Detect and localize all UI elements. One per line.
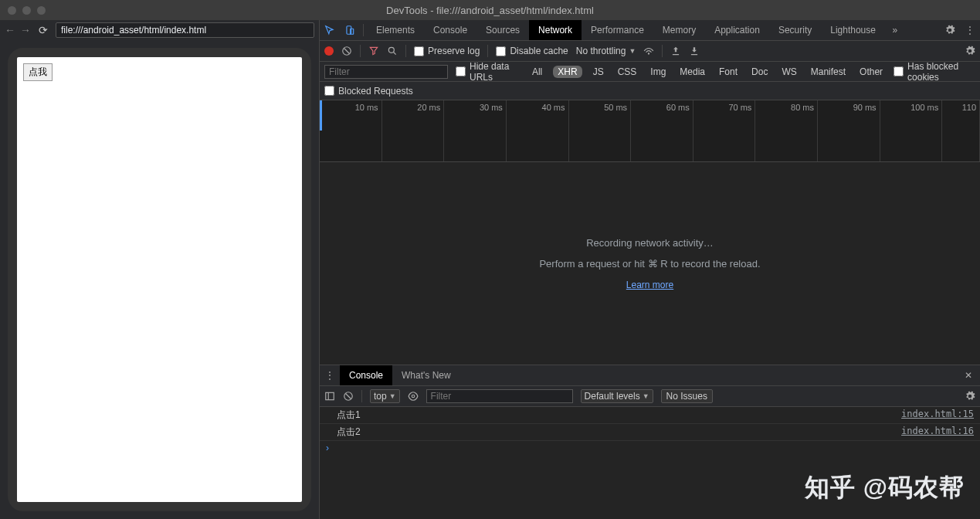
filter-ws[interactable]: WS — [778, 66, 799, 78]
network-empty-state: Recording network activity… Perform a re… — [320, 162, 980, 365]
titlebar: DevTools - file:///android_asset/html/in… — [0, 0, 980, 20]
svg-rect-5 — [326, 392, 334, 399]
filter-media[interactable]: Media — [677, 66, 708, 78]
log-source-link[interactable]: index.html:16 — [901, 426, 974, 439]
network-conditions-icon[interactable] — [643, 46, 654, 56]
console-filter-input[interactable] — [426, 389, 573, 403]
waterfall-overview[interactable]: 10 ms 20 ms 30 ms 40 ms 50 ms 60 ms 70 m… — [320, 100, 980, 162]
network-settings-icon[interactable] — [965, 46, 975, 56]
filter-manifest[interactable]: Manifest — [808, 66, 849, 78]
tab-performance[interactable]: Performance — [582, 20, 653, 40]
reload-icon[interactable]: ⟳ — [39, 24, 48, 36]
svg-point-4 — [649, 53, 649, 54]
filter-css[interactable]: CSS — [615, 66, 640, 78]
filter-img[interactable]: Img — [647, 66, 669, 78]
url-input[interactable] — [56, 22, 314, 38]
filter-other[interactable]: Other — [856, 66, 886, 78]
device-toggle-icon[interactable] — [340, 20, 360, 40]
clear-icon[interactable] — [341, 46, 352, 56]
device-frame: 点我 — [8, 48, 311, 511]
drawer-close-icon[interactable]: ✕ — [957, 370, 980, 381]
export-har-icon[interactable] — [689, 46, 700, 56]
filter-doc[interactable]: Doc — [748, 66, 771, 78]
tab-console[interactable]: Console — [424, 20, 476, 40]
demo-button[interactable]: 点我 — [23, 63, 53, 81]
empty-line-1: Recording network activity… — [586, 237, 714, 249]
devtools-tabs: Elements Console Sources Network Perform… — [320, 20, 980, 41]
preserve-log-checkbox[interactable]: Preserve log — [414, 46, 480, 56]
drawer-tab-whats-new[interactable]: What's New — [392, 365, 460, 385]
window-controls — [0, 6, 46, 15]
log-levels-select[interactable]: Default levels▼ — [581, 389, 653, 403]
console-clear-icon[interactable] — [343, 391, 354, 402]
close-window-icon[interactable] — [8, 6, 16, 15]
record-button[interactable] — [324, 46, 334, 56]
disable-cache-checkbox[interactable]: Disable cache — [496, 46, 568, 56]
window-title: DevTools - file:///android_asset/html/in… — [386, 5, 594, 16]
context-select[interactable]: top▼ — [370, 389, 400, 403]
tab-network[interactable]: Network — [529, 20, 582, 40]
log-message: 点击2 — [337, 426, 901, 439]
filter-icon[interactable] — [368, 46, 379, 56]
log-row[interactable]: 点击2 index.html:16 — [320, 424, 980, 441]
console-sidebar-icon[interactable] — [324, 391, 335, 402]
tab-elements[interactable]: Elements — [367, 20, 424, 40]
tab-memory[interactable]: Memory — [653, 20, 705, 40]
svg-point-3 — [388, 47, 394, 53]
log-row[interactable]: 点击1 index.html:15 — [320, 407, 980, 424]
inspect-element-icon[interactable] — [320, 20, 340, 40]
console-settings-icon[interactable] — [965, 391, 975, 402]
tab-security[interactable]: Security — [769, 20, 821, 40]
drawer-tab-console[interactable]: Console — [340, 365, 392, 385]
issues-button[interactable]: No Issues — [661, 389, 713, 403]
back-icon[interactable]: ← — [5, 24, 15, 36]
search-icon[interactable] — [387, 46, 398, 56]
tab-application[interactable]: Application — [705, 20, 769, 40]
learn-more-link[interactable]: Learn more — [626, 280, 673, 290]
tab-sources[interactable]: Sources — [476, 20, 529, 40]
live-expression-icon[interactable] — [408, 391, 419, 402]
filter-xhr[interactable]: XHR — [553, 66, 582, 78]
device-preview-pane: ← → ⟳ 点我 — [0, 20, 319, 519]
forward-icon[interactable]: → — [20, 24, 31, 36]
svg-point-7 — [412, 395, 415, 398]
log-source-link[interactable]: index.html:15 — [901, 409, 974, 422]
filter-row: Hide data URLs All XHR JS CSS Img Media … — [320, 62, 980, 82]
import-har-icon[interactable] — [670, 46, 681, 56]
empty-line-2: Perform a request or hit ⌘ R to record t… — [539, 258, 760, 270]
blocked-requests-checkbox[interactable]: Blocked Requests — [324, 86, 413, 97]
tab-lighthouse[interactable]: Lighthouse — [821, 20, 885, 40]
console-drawer: ⋮ Console What's New ✕ top▼ Default leve… — [320, 365, 980, 519]
filter-js[interactable]: JS — [590, 66, 607, 78]
has-blocked-cookies-checkbox[interactable]: Has blocked cookies — [894, 61, 975, 83]
settings-icon[interactable] — [940, 20, 960, 40]
minimize-window-icon[interactable] — [22, 6, 31, 15]
drawer-menu-icon[interactable]: ⋮ — [320, 365, 340, 385]
filter-all[interactable]: All — [529, 66, 545, 78]
log-message: 点击1 — [337, 409, 901, 422]
more-tabs-icon[interactable]: » — [885, 20, 905, 40]
watermark: 知乎 @码农帮 — [805, 471, 965, 505]
filter-font[interactable]: Font — [716, 66, 741, 78]
network-toolbar: Preserve log Disable cache No throttling… — [320, 41, 980, 62]
maximize-window-icon[interactable] — [37, 6, 46, 15]
hide-data-urls-checkbox[interactable]: Hide data URLs — [456, 61, 521, 83]
device-screen[interactable]: 点我 — [17, 57, 302, 502]
console-prompt[interactable]: › — [320, 441, 980, 455]
throttling-select[interactable]: No throttling▼ — [576, 46, 636, 56]
kebab-menu-icon[interactable]: ⋮ — [960, 20, 980, 40]
network-filter-input[interactable] — [324, 65, 448, 79]
